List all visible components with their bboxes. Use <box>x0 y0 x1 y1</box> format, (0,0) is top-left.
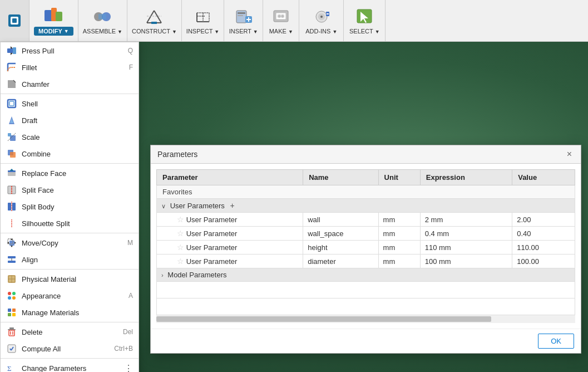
combine-icon <box>6 148 17 159</box>
menu-item-press-pull[interactable]: Press Pull Q <box>1 42 139 59</box>
param-expr-1[interactable]: 0.4 mm <box>420 227 512 241</box>
param-name-3[interactable]: diameter <box>303 254 378 268</box>
menu-item-split-face[interactable]: Split Face <box>1 182 139 198</box>
param-unit-3: mm <box>378 254 420 268</box>
user-parameters-cell: ∨ User Parameters + <box>157 199 575 213</box>
svg-marker-67 <box>11 246 13 247</box>
svg-line-10 <box>147 11 154 23</box>
svg-point-80 <box>12 296 16 300</box>
menu-item-chamfer[interactable]: Chamfer <box>1 76 139 92</box>
compute-all-shortcut: Ctrl+B <box>114 345 133 353</box>
param-expr-0[interactable]: 2 mm <box>420 213 512 227</box>
star-icon-1[interactable]: ☆ <box>177 229 184 238</box>
toolbar-construct[interactable]: CONSTRUCT ▼ <box>127 0 182 41</box>
menu-item-manage-materials[interactable]: Manage Materials <box>1 304 139 321</box>
shell-label: Shell <box>22 100 129 108</box>
assemble-label: ASSEMBLE ▼ <box>83 28 122 35</box>
svg-rect-82 <box>12 309 16 312</box>
menu-item-appearance[interactable]: Appearance A <box>1 287 139 304</box>
construct-label: CONSTRUCT ▼ <box>132 28 177 35</box>
param-unit-0: mm <box>378 213 420 227</box>
separator-5 <box>1 322 139 322</box>
svg-point-79 <box>8 296 11 300</box>
param-expr-2[interactable]: 110 mm <box>420 241 512 254</box>
param-value-1: 0.40 <box>512 227 575 241</box>
toolbar-make[interactable]: MAKE ▼ <box>263 0 299 41</box>
appearance-label: Appearance <box>22 292 124 300</box>
param-row-1-type: ☆ User Parameter <box>157 227 303 241</box>
menu-item-change-parameters[interactable]: Σ Change Parameters ⋮ <box>1 360 139 372</box>
toolbar-add-ins[interactable]: ADD-INS ▼ <box>299 0 344 41</box>
menu-item-silhouette-split[interactable]: Silhouette Split <box>1 215 139 232</box>
menu-item-physical-material[interactable]: Physical Material <box>1 271 139 287</box>
svg-marker-69 <box>14 242 16 244</box>
menu-item-move-copy[interactable]: Move/Copy M <box>1 234 139 251</box>
svg-text:Σ: Σ <box>7 364 12 372</box>
menu-item-replace-face[interactable]: Replace Face <box>1 165 139 182</box>
toolbar-inspect[interactable]: INSPECT ▼ <box>182 0 224 41</box>
param-expr-3[interactable]: 100 mm <box>420 254 512 268</box>
svg-rect-2 <box>12 18 17 23</box>
manage-materials-label: Manage Materials <box>22 309 133 317</box>
split-body-label: Split Body <box>22 203 133 211</box>
physical-material-label: Physical Material <box>22 275 133 283</box>
split-face-icon <box>6 184 17 195</box>
star-icon-2[interactable]: ☆ <box>177 243 184 252</box>
menu-item-compute-all[interactable]: Compute All Ctrl+B <box>1 340 139 357</box>
menu-item-fillet[interactable]: Fillet F <box>1 59 139 76</box>
table-header-row: Parameter Name Unit Expression Value <box>157 170 575 185</box>
scroll-thumb[interactable] <box>156 316 491 322</box>
delete-shortcut: Del <box>123 328 133 336</box>
star-icon-3[interactable]: ☆ <box>177 257 184 266</box>
param-type-2: User Parameter <box>186 243 238 252</box>
insert-label: INSERT ▼ <box>229 28 258 35</box>
toolbar-insert[interactable]: INSERT ▼ <box>224 0 263 41</box>
make-label: MAKE ▼ <box>269 28 293 35</box>
user-parameters-section-row: ∨ User Parameters + <box>157 199 575 213</box>
modify-icon <box>43 6 63 26</box>
menu-item-shell[interactable]: Shell <box>1 95 139 112</box>
select-label: SELECT ▼ <box>349 28 380 35</box>
model-parameters-section-row: › Model Parameters <box>157 268 575 282</box>
model-parameters-cell: › Model Parameters <box>157 268 575 282</box>
delete-icon <box>6 326 17 337</box>
table-row: ☆ User Parameter wall_space mm 0.4 mm 0.… <box>157 227 575 241</box>
svg-rect-13 <box>151 22 157 24</box>
menu-item-align[interactable]: Align <box>1 251 139 268</box>
svg-rect-60 <box>12 203 16 211</box>
toolbar-modify[interactable]: MODIFY ▼ <box>29 0 78 41</box>
svg-point-34 <box>320 16 323 18</box>
toolbar-select[interactable]: SELECT ▼ <box>344 0 386 41</box>
horizontal-scrollbar[interactable] <box>156 315 575 323</box>
svg-rect-81 <box>8 309 11 312</box>
dialog-close-button[interactable]: × <box>565 150 574 159</box>
modify-dropdown-menu: Press Pull Q Fillet F Chamfer <box>0 42 139 372</box>
inspect-label: INSPECT ▼ <box>186 28 219 35</box>
param-name-1[interactable]: wall_space <box>303 227 378 241</box>
ok-button[interactable]: OK <box>538 334 574 349</box>
separator-1 <box>1 94 139 94</box>
menu-item-split-body[interactable]: Split Body <box>1 198 139 215</box>
toolbar-assemble[interactable]: ASSEMBLE ▼ <box>78 0 127 41</box>
change-parameters-icon: Σ <box>6 363 17 372</box>
menu-item-scale[interactable]: Scale <box>1 129 139 145</box>
param-value-2: 110.00 <box>512 241 575 254</box>
star-icon-0[interactable]: ☆ <box>177 215 184 224</box>
model-parameters-expand[interactable]: › <box>161 272 164 278</box>
menu-item-combine[interactable]: Combine <box>1 145 139 162</box>
svg-rect-84 <box>12 313 16 316</box>
assemble-icon <box>92 7 112 27</box>
param-name-2[interactable]: height <box>303 241 378 254</box>
menu-item-draft[interactable]: Draft <box>1 112 139 129</box>
col-header-name: Name <box>303 170 378 185</box>
svg-rect-39 <box>7 48 13 53</box>
svg-marker-41 <box>11 46 13 48</box>
user-parameters-expand[interactable]: ∨ <box>161 203 166 209</box>
add-ins-label: ADD-INS ▼ <box>305 28 337 35</box>
add-user-parameter-button[interactable]: + <box>230 201 235 210</box>
toolbar: MODIFY ▼ ASSEMBLE ▼ <box>0 0 588 42</box>
toolbar-home[interactable] <box>0 0 29 41</box>
svg-rect-64 <box>9 241 14 246</box>
menu-item-delete[interactable]: Delete Del <box>1 324 139 340</box>
param-name-0[interactable]: wall <box>303 213 378 227</box>
